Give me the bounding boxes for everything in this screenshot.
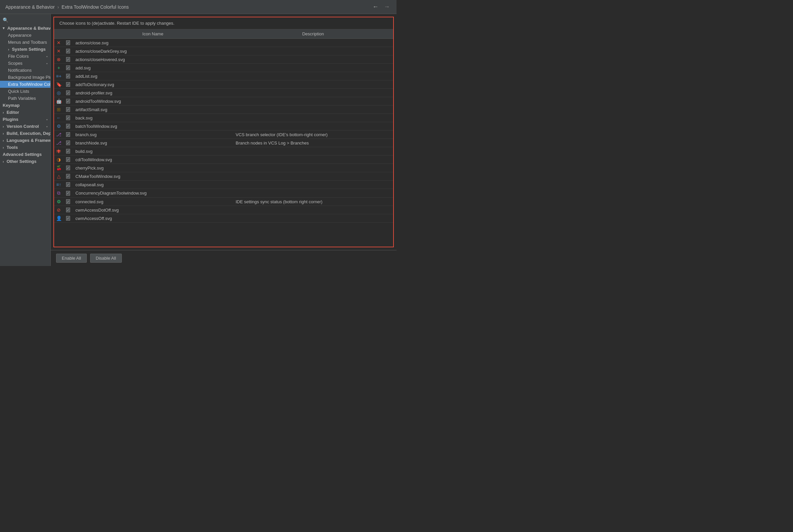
row-description <box>233 125 393 128</box>
sidebar-item-advanced-settings[interactable]: Advanced Settings <box>0 151 51 158</box>
row-checkbox[interactable] <box>63 198 73 205</box>
row-name: branchNode.svg <box>73 139 233 147</box>
main-layout: 🔍 Appearance & Behavior Appearance Menus… <box>0 14 396 266</box>
sidebar-item-notifications[interactable]: Notifications <box>0 67 51 74</box>
row-checkbox[interactable] <box>63 206 73 214</box>
sidebar-item-editor[interactable]: Editor <box>0 109 51 116</box>
row-checkbox[interactable] <box>63 122 73 130</box>
breadcrumb: Appearance & Behavior › Extra ToolWindow… <box>5 4 129 10</box>
sidebar-item-keymap[interactable]: Keymap <box>0 102 51 109</box>
table-row: ⎇branch.svgVCS branch selector (IDE's bo… <box>54 131 393 139</box>
row-description: VCS branch selector (IDE's bottom-right … <box>233 131 393 138</box>
row-checkbox[interactable] <box>63 190 73 197</box>
row-checkbox[interactable] <box>63 56 73 63</box>
row-icon: 🤖 <box>54 97 63 105</box>
row-icon: ◑ <box>54 155 63 164</box>
table-row: ⎇branchNode.svgBranch nodes in VCS Log >… <box>54 139 393 147</box>
sidebar-item-scopes[interactable]: Scopes ▪ <box>0 60 51 67</box>
sidebar-item-background-image-plus[interactable]: Background Image Plus <box>0 74 51 81</box>
row-checkbox[interactable] <box>63 173 73 180</box>
sidebar-item-extra-toolwindow[interactable]: Extra ToolWindow Colorful Icons <box>0 81 51 88</box>
row-icon: 🔖 <box>54 80 63 89</box>
row-checkbox[interactable] <box>63 48 73 55</box>
table-row: 👤cwmAccessOff.svg <box>54 214 393 223</box>
row-description <box>233 75 393 77</box>
table-row: 🔖addToDictionary.svg <box>54 80 393 89</box>
sidebar-item-label: Version Control <box>7 124 39 129</box>
row-checkbox[interactable] <box>63 64 73 72</box>
col-header-icon <box>54 30 63 38</box>
sidebar-item-file-colors[interactable]: File Colors ▪ <box>0 53 51 60</box>
row-icon: ⧉ <box>54 189 63 197</box>
disable-all-button[interactable]: Disable All <box>90 254 122 263</box>
row-description <box>233 83 393 86</box>
row-icon: + <box>54 64 63 72</box>
sidebar-item-languages-frameworks[interactable]: Languages & Frameworks <box>0 137 51 144</box>
row-icon: ⊘ <box>54 206 63 214</box>
sidebar-item-label: Editor <box>7 110 19 115</box>
table-row: 🤖androidToolWindow.svg <box>54 97 393 106</box>
row-checkbox[interactable] <box>63 114 73 121</box>
row-checkbox[interactable] <box>63 131 73 138</box>
row-description <box>233 50 393 52</box>
sidebar-item-plugins[interactable]: Plugins ▪ <box>0 116 51 123</box>
row-name: branch.svg <box>73 131 233 138</box>
row-checkbox[interactable] <box>63 181 73 188</box>
row-icon: ⎇ <box>54 131 63 138</box>
sidebar-item-version-control[interactable]: Version Control ▪ <box>0 123 51 130</box>
table-row: ⧉ConcurrencyDiagramToolwindow.svg <box>54 189 393 197</box>
sidebar-item-appearance-behavior[interactable]: Appearance & Behavior <box>0 25 51 32</box>
table-row: ✕actions/closeDarkGrey.svg <box>54 47 393 55</box>
scopes-icon: ▪ <box>46 61 48 65</box>
row-icon: ≡+ <box>54 72 63 80</box>
table-row: 🕷build.svg <box>54 147 393 155</box>
row-name: cwmAccessDotOff.svg <box>73 206 233 214</box>
sidebar-item-label: Plugins <box>3 117 18 122</box>
col-header-description: Description <box>233 30 393 38</box>
breadcrumb-part2: Extra ToolWindow Colorful Icons <box>62 4 129 10</box>
table-header: Icon Name Description <box>54 30 393 39</box>
row-checkbox[interactable] <box>63 139 73 147</box>
sidebar-item-tools[interactable]: Tools <box>0 144 51 151</box>
enable-all-button[interactable]: Enable All <box>56 254 87 263</box>
sidebar-item-path-variables[interactable]: Path Variables <box>0 95 51 102</box>
sidebar-item-other-settings[interactable]: Other Settings <box>0 158 51 165</box>
sidebar-item-system-settings[interactable]: System Settings <box>0 46 51 53</box>
sidebar-item-build-execution[interactable]: Build, Execution, Deployment <box>0 130 51 137</box>
version-control-icon: ▪ <box>46 125 48 129</box>
row-checkbox[interactable] <box>63 148 73 155</box>
back-nav-button[interactable]: ← <box>371 3 380 11</box>
table-row: 🍒cherryPick.svg <box>54 164 393 172</box>
row-checkbox[interactable] <box>63 72 73 80</box>
col-header-check <box>63 30 73 38</box>
row-checkbox[interactable] <box>63 89 73 96</box>
sidebar-item-label: File Colors <box>8 54 29 59</box>
plugins-icon: ▪ <box>46 117 48 121</box>
row-checkbox[interactable] <box>63 106 73 113</box>
row-description <box>233 150 393 153</box>
row-checkbox[interactable] <box>63 156 73 163</box>
row-checkbox[interactable] <box>63 215 73 222</box>
row-name: CMakeToolWindow.svg <box>73 173 233 180</box>
row-icon: 🍒 <box>54 164 63 172</box>
row-checkbox[interactable] <box>63 39 73 46</box>
table-row: ≡+addList.svg <box>54 72 393 80</box>
row-description <box>233 175 393 177</box>
row-icon: ⎇ <box>54 139 63 147</box>
row-checkbox[interactable] <box>63 164 73 172</box>
bottom-bar: Enable All Disable All <box>51 250 396 266</box>
breadcrumb-separator: › <box>57 4 59 10</box>
sidebar-search: 🔍 <box>0 15 51 25</box>
sidebar-item-appearance[interactable]: Appearance <box>0 32 51 39</box>
row-name: actions/closeDarkGrey.svg <box>73 48 233 55</box>
sidebar-item-label: Advanced Settings <box>3 152 42 157</box>
sidebar-item-quick-lists[interactable]: Quick Lists <box>0 88 51 95</box>
forward-nav-button[interactable]: → <box>382 3 391 11</box>
row-name: batchToolWindow.svg <box>73 122 233 130</box>
row-name: cdiToolWindow.svg <box>73 156 233 164</box>
row-checkbox[interactable] <box>63 81 73 88</box>
row-name: android-profiler.svg <box>73 89 233 97</box>
sidebar-item-label: Path Variables <box>8 96 36 101</box>
row-checkbox[interactable] <box>63 97 73 105</box>
sidebar-item-menus-toolbars[interactable]: Menus and Toolbars <box>0 39 51 46</box>
